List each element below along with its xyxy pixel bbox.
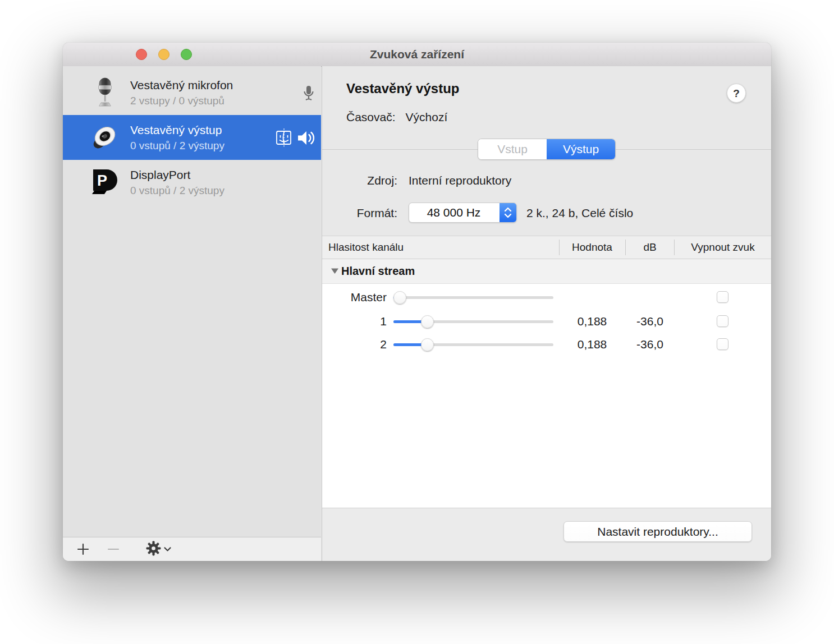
channel-db: -36,0 bbox=[625, 310, 675, 333]
device-text: Vestavěný mikrofon 2 vstupy / 0 výstupů bbox=[130, 79, 233, 107]
help-button[interactable]: ? bbox=[727, 84, 746, 103]
tab-input[interactable]: Vstup bbox=[478, 139, 547, 159]
default-input-mic-icon bbox=[302, 84, 315, 104]
device-subtitle: 0 vstupů / 2 výstupy bbox=[130, 185, 224, 197]
volume-slider-1[interactable] bbox=[393, 310, 553, 333]
channel-row-2: 2 0,188 -36,0 bbox=[322, 333, 771, 356]
actions-menu-button[interactable] bbox=[146, 537, 171, 561]
tab-output[interactable]: Výstup bbox=[547, 139, 615, 159]
clock-source-label: Časovač: bbox=[346, 111, 396, 123]
volume-slider-master[interactable] bbox=[393, 286, 553, 309]
mute-checkbox-2[interactable] bbox=[717, 338, 728, 350]
channel-value: 0,188 bbox=[559, 310, 625, 333]
channel-rows-area: Master 1 bbox=[322, 284, 771, 508]
device-row-builtin-output[interactable]: Vestavěný výstup 0 vstupů / 2 výstupy bbox=[63, 115, 321, 160]
channel-label: 1 bbox=[322, 310, 387, 333]
channel-row-master: Master bbox=[322, 286, 771, 309]
device-row-displayport[interactable]: P DisplayPort 0 vstupů / 2 výstupy bbox=[63, 160, 321, 205]
column-db: dB bbox=[625, 236, 675, 259]
device-title: Vestavěný mikrofon bbox=[130, 79, 233, 92]
sidebar-toolbar bbox=[63, 537, 321, 561]
stream-group-label: Hlavní stream bbox=[341, 265, 415, 278]
device-sidebar: Vestavěný mikrofon 2 vstupy / 0 výstupů bbox=[63, 66, 321, 561]
clock-source-value: Výchozí bbox=[406, 111, 448, 123]
clock-source-row: Časovač:Výchozí bbox=[346, 111, 447, 124]
mute-checkbox-master[interactable] bbox=[717, 291, 728, 303]
slider-knob[interactable] bbox=[393, 291, 406, 304]
device-subtitle: 2 vstupy / 0 výstupů bbox=[130, 95, 233, 107]
column-mute: Vypnout zvuk bbox=[674, 236, 771, 259]
mute-checkbox-1[interactable] bbox=[717, 315, 728, 327]
device-list: Vestavěný mikrofon 2 vstupy / 0 výstupů bbox=[63, 70, 321, 205]
channel-label: 2 bbox=[322, 333, 387, 356]
channel-value bbox=[559, 286, 625, 309]
device-title: DisplayPort bbox=[130, 168, 224, 182]
format-label: Formát: bbox=[322, 206, 397, 220]
microphone-icon bbox=[89, 76, 121, 109]
configure-speakers-button[interactable]: Nastavit reproduktory... bbox=[563, 521, 752, 542]
audio-devices-window: Zvuková zařízení bbox=[63, 43, 771, 561]
stepper-icon bbox=[500, 203, 516, 222]
device-title: Vestavěný výstup bbox=[130, 123, 224, 137]
device-row-builtin-microphone[interactable]: Vestavěný mikrofon 2 vstupy / 0 výstupů bbox=[63, 70, 321, 115]
add-device-button[interactable] bbox=[71, 537, 95, 561]
chevron-down-icon bbox=[164, 544, 171, 554]
bottom-band: Nastavit reproduktory... bbox=[322, 508, 771, 561]
sample-rate-value: 48 000 Hz bbox=[409, 203, 498, 222]
slider-knob[interactable] bbox=[421, 338, 434, 351]
slider-track[interactable] bbox=[393, 296, 553, 299]
slider-knob[interactable] bbox=[421, 315, 434, 328]
speaker-icon bbox=[89, 121, 121, 154]
source-label: Zdroj: bbox=[322, 174, 397, 187]
device-heading: Vestavěný výstup bbox=[346, 81, 459, 96]
column-channel-volume: Hlasitost kanálu bbox=[328, 236, 404, 259]
displayport-icon: P bbox=[89, 166, 121, 199]
alert-output-finder-icon bbox=[274, 128, 293, 150]
titlebar[interactable]: Zvuková zařízení bbox=[63, 43, 771, 67]
device-text: Vestavěný výstup 0 vstupů / 2 výstupy bbox=[130, 123, 224, 152]
svg-text:P: P bbox=[97, 172, 107, 189]
source-value: Interní reproduktory bbox=[409, 174, 511, 187]
sample-rate-popup[interactable]: 48 000 Hz bbox=[409, 203, 517, 223]
input-output-tabs: Vstup Výstup bbox=[478, 139, 616, 160]
gear-icon bbox=[146, 541, 161, 558]
channel-row-1: 1 0,188 -36,0 bbox=[322, 310, 771, 333]
default-output-speaker-icon bbox=[296, 130, 315, 149]
volume-slider-2[interactable] bbox=[393, 333, 553, 356]
device-detail-pane: Vestavěný výstup ? Časovač:Výchozí Vstup… bbox=[322, 66, 771, 561]
device-subtitle: 0 vstupů / 2 výstupy bbox=[130, 140, 224, 152]
column-value: Hodnota bbox=[559, 236, 625, 259]
channel-db bbox=[625, 286, 675, 309]
remove-device-button[interactable] bbox=[101, 537, 126, 561]
stream-group-row[interactable]: Hlavní stream bbox=[322, 259, 771, 284]
channel-table-header: Hlasitost kanálu Hodnota dB Vypnout zvuk bbox=[322, 236, 771, 259]
window-title: Zvuková zařízení bbox=[63, 43, 771, 66]
channel-value: 0,188 bbox=[559, 333, 625, 356]
device-text: DisplayPort 0 vstupů / 2 výstupy bbox=[130, 168, 224, 197]
channel-label: Master bbox=[322, 286, 387, 309]
format-detail: 2 k., 24 b, Celé číslo bbox=[526, 206, 633, 220]
disclosure-triangle-icon[interactable] bbox=[331, 268, 338, 274]
channel-db: -36,0 bbox=[625, 333, 675, 356]
